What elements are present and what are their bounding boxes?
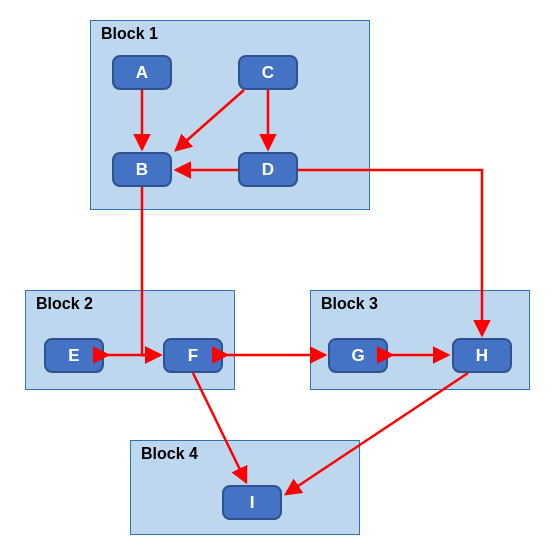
node-F-label: F [188,346,198,366]
block-2-label: Block 2 [36,295,93,313]
block-1-label: Block 1 [101,25,158,43]
block-4-label: Block 4 [141,445,198,463]
node-E-label: E [68,346,79,366]
node-A: A [112,55,172,90]
node-B: B [112,152,172,187]
node-G-label: G [351,346,364,366]
diagram-canvas: Block 1 Block 2 Block 3 Block 4 A C B D … [0,0,557,548]
node-C-label: C [262,63,274,83]
node-I-label: I [250,493,255,513]
node-D: D [238,152,298,187]
node-F: F [163,338,223,373]
node-A-label: A [136,63,148,83]
node-D-label: D [262,160,274,180]
node-G: G [328,338,388,373]
node-C: C [238,55,298,90]
block-3-label: Block 3 [321,295,378,313]
node-H-label: H [476,346,488,366]
node-I: I [222,485,282,520]
node-E: E [44,338,104,373]
node-H: H [452,338,512,373]
node-B-label: B [136,160,148,180]
